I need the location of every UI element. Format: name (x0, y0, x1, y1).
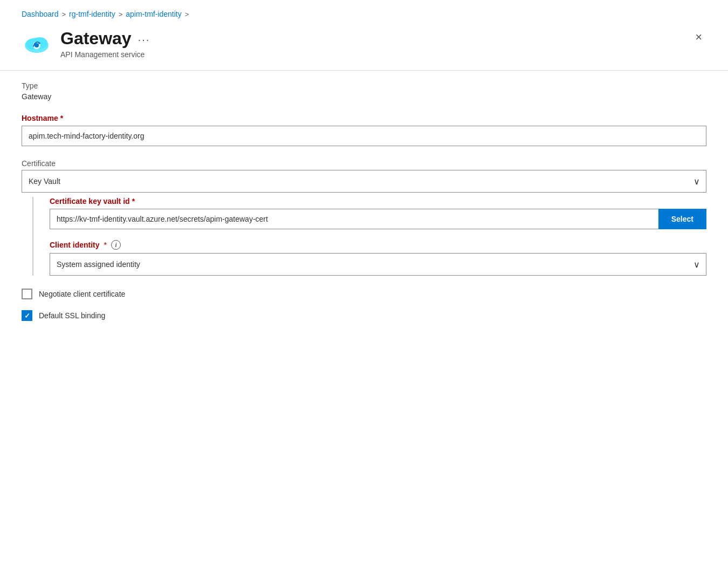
type-value: Gateway (22, 92, 706, 101)
default-ssl-checkbox[interactable] (22, 310, 32, 321)
breadcrumb-sep-1: > (62, 10, 66, 18)
client-identity-select-wrapper: System assigned identity User assigned i… (50, 253, 706, 276)
certificate-select-wrapper: Key Vault Custom None ∨ (22, 170, 706, 193)
breadcrumb-dashboard[interactable]: Dashboard (22, 10, 59, 18)
certificate-select[interactable]: Key Vault Custom None (22, 170, 706, 193)
page-title: Gateway (60, 29, 132, 48)
hostname-field-group: Hostname * (22, 114, 706, 146)
header-divider (0, 70, 728, 71)
breadcrumb-rg[interactable]: rg-tmf-identity (69, 10, 115, 18)
breadcrumb-sep-2: > (119, 10, 123, 18)
select-button[interactable]: Select (658, 209, 706, 229)
default-ssl-label: Default SSL binding (39, 311, 105, 320)
apim-icon (22, 29, 52, 59)
keyvault-sub-section: Certificate key vault id * Select Client… (32, 197, 706, 276)
type-field-group: Type Gateway (22, 81, 706, 101)
cert-key-vault-id-group: Certificate key vault id * Select (50, 197, 706, 229)
client-identity-required-star: * (104, 241, 107, 249)
client-identity-label: Client identity (50, 241, 100, 249)
certificate-label: Certificate (22, 159, 706, 168)
form-section: Type Gateway Hostname * Certificate Key … (0, 81, 728, 321)
breadcrumb: Dashboard > rg-tmf-identity > apim-tmf-i… (0, 0, 728, 24)
client-identity-group: Client identity * i System assigned iden… (50, 240, 706, 276)
cert-key-vault-id-input[interactable] (50, 209, 658, 229)
client-identity-select[interactable]: System assigned identity User assigned i… (50, 253, 706, 276)
breadcrumb-apim[interactable]: apim-tmf-identity (126, 10, 181, 18)
negotiate-cert-checkbox[interactable] (22, 289, 32, 299)
header-section: Gateway ··· API Management service × (0, 24, 728, 65)
hostname-input[interactable] (22, 126, 706, 146)
cert-keyvault-required-star: * (132, 197, 135, 206)
client-identity-info-icon[interactable]: i (111, 240, 121, 250)
hostname-label: Hostname * (22, 114, 706, 122)
negotiate-cert-label: Negotiate client certificate (39, 290, 125, 298)
negotiate-cert-row: Negotiate client certificate (22, 289, 706, 299)
more-options-button[interactable]: ··· (138, 33, 150, 46)
header-subtitle: API Management service (60, 50, 150, 59)
certificate-field-group: Certificate Key Vault Custom None ∨ Cert… (22, 159, 706, 276)
cert-key-vault-id-label: Certificate key vault id * (50, 197, 706, 206)
close-button[interactable]: × (691, 29, 706, 45)
page-wrapper: Dashboard > rg-tmf-identity > apim-tmf-i… (0, 0, 728, 568)
header-text: Gateway ··· API Management service (60, 29, 150, 59)
breadcrumb-sep-3: > (185, 10, 189, 18)
cert-key-vault-id-row: Select (50, 209, 706, 229)
type-label: Type (22, 81, 706, 90)
default-ssl-row: Default SSL binding (22, 310, 706, 321)
hostname-required-star: * (60, 114, 63, 122)
client-identity-label-row: Client identity * i (50, 240, 706, 250)
